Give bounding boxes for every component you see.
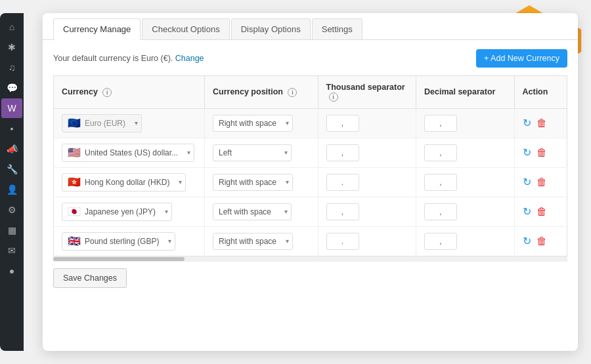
sidebar-icon-music[interactable]: ♫ bbox=[1, 58, 22, 77]
position-select-wrapper-jpy[interactable]: Left with space ▾ bbox=[213, 203, 292, 220]
decimal-sep-input-hkd[interactable] bbox=[424, 174, 457, 191]
currency-select-wrapper-hkd[interactable]: 🇭🇰 Hong Kong dollar (HKD) ▾ bbox=[62, 173, 186, 192]
table-row: 🇺🇸 United States (US) dollar... ▾ Left ▾… bbox=[54, 138, 567, 167]
refresh-icon-usd[interactable]: ↻ bbox=[523, 146, 531, 159]
save-changes-button[interactable]: Save Changes bbox=[53, 268, 127, 288]
chevron-down-icon-gbp: ▾ bbox=[168, 237, 171, 245]
chevron-down-icon-eur: ▾ bbox=[135, 119, 138, 127]
sidebar-icon-settings[interactable]: ✱ bbox=[1, 37, 22, 57]
chevron-down-icon-hkd: ▾ bbox=[179, 178, 182, 186]
refresh-icon-jpy[interactable]: ↻ bbox=[523, 205, 531, 218]
refresh-icon-eur[interactable]: ↻ bbox=[523, 117, 531, 129]
position-select-wrapper-gbp[interactable]: Right with space ▾ bbox=[213, 233, 293, 250]
scroll-thumb[interactable] bbox=[53, 257, 185, 261]
decimal-sep-cell-jpy bbox=[416, 197, 515, 226]
position-value-gbp: Right with space bbox=[219, 237, 276, 246]
currency-name-usd: United States (US) dollar... bbox=[85, 148, 178, 157]
thousand-sep-input-usd[interactable] bbox=[326, 144, 359, 161]
position-value-usd: Left bbox=[219, 148, 232, 157]
currency-select-wrapper-usd[interactable]: 🇺🇸 United States (US) dollar... ▾ bbox=[62, 144, 194, 162]
currency-select-wrapper-jpy[interactable]: 🇯🇵 Japanese yen (JPY) ▾ bbox=[62, 203, 172, 221]
sidebar-icon-home[interactable]: ⌂ bbox=[1, 17, 22, 37]
thousand-info-icon[interactable]: i bbox=[329, 92, 338, 102]
tab-checkout-options[interactable]: Checkout Options bbox=[142, 18, 229, 39]
flag-eur: 🇪🇺 bbox=[68, 118, 81, 129]
position-select-eur[interactable]: Right with space ▾ bbox=[213, 115, 293, 132]
delete-icon-eur[interactable]: 🗑 bbox=[536, 117, 547, 129]
thousand-sep-input-jpy[interactable] bbox=[326, 203, 359, 220]
header-row: Your default currency is Euro (€). Chang… bbox=[53, 49, 567, 68]
thousand-sep-input-gbp[interactable] bbox=[326, 233, 359, 250]
tab-settings[interactable]: Settings bbox=[312, 18, 362, 39]
currency-info-icon[interactable]: i bbox=[102, 88, 112, 97]
sidebar-icon-dot[interactable]: ● bbox=[1, 261, 22, 281]
position-select-hkd[interactable]: Right with space ▾ bbox=[213, 174, 293, 191]
sidebar-icon-grid[interactable]: ▦ bbox=[1, 220, 22, 240]
currency-cell-eur: 🇪🇺 Euro (EUR) ▾ bbox=[54, 108, 205, 138]
action-buttons-jpy: ↻ 🗑 bbox=[523, 205, 559, 218]
decimal-sep-input-eur[interactable] bbox=[424, 115, 457, 132]
refresh-icon-hkd[interactable]: ↻ bbox=[523, 176, 531, 188]
sidebar-icon-chart[interactable]: ▪ bbox=[1, 119, 22, 138]
change-currency-link[interactable]: Change bbox=[175, 54, 204, 63]
thousand-sep-input-eur[interactable] bbox=[326, 115, 359, 132]
chevron-down-icon-jpy: ▾ bbox=[165, 208, 168, 215]
decimal-sep-cell-hkd bbox=[416, 167, 515, 197]
thousand-sep-cell-usd bbox=[318, 138, 416, 167]
tabs-bar: Currency Manage Checkout Options Display… bbox=[43, 13, 578, 40]
action-cell-hkd: ↻ 🗑 bbox=[514, 167, 567, 197]
position-select-wrapper-hkd[interactable]: Right with space ▾ bbox=[213, 174, 293, 191]
delete-icon-usd[interactable]: 🗑 bbox=[536, 147, 547, 159]
currency-select-wrapper-eur[interactable]: 🇪🇺 Euro (EUR) ▾ bbox=[62, 114, 142, 132]
sidebar-icon-woocommerce[interactable]: W bbox=[1, 98, 22, 118]
sidebar-icon-megaphone[interactable]: 📣 bbox=[1, 139, 22, 159]
position-select-usd[interactable]: Left ▾ bbox=[213, 144, 292, 161]
position-info-icon[interactable]: i bbox=[288, 88, 297, 97]
action-cell-usd: ↻ 🗑 bbox=[514, 138, 567, 167]
decimal-sep-input-jpy[interactable] bbox=[424, 203, 457, 220]
currency-cell-usd: 🇺🇸 United States (US) dollar... ▾ bbox=[54, 138, 205, 167]
sidebar-icon-chat[interactable]: 💬 bbox=[1, 78, 22, 98]
action-buttons-usd: ↻ 🗑 bbox=[523, 146, 559, 159]
app-container: Currency Manage Checkout Options Display… bbox=[43, 13, 578, 351]
position-select-wrapper-eur[interactable]: Right with space ▾ bbox=[213, 115, 293, 132]
tab-currency-manage[interactable]: Currency Manage bbox=[53, 18, 141, 40]
position-cell-gbp: Right with space ▾ bbox=[205, 226, 318, 256]
delete-icon-hkd[interactable]: 🗑 bbox=[536, 176, 547, 188]
position-select-jpy[interactable]: Left with space ▾ bbox=[213, 203, 292, 220]
thousand-sep-input-hkd[interactable] bbox=[326, 174, 359, 191]
refresh-icon-gbp[interactable]: ↻ bbox=[523, 235, 531, 247]
tab-display-options[interactable]: Display Options bbox=[231, 18, 311, 39]
currency-select-wrapper-gbp[interactable]: 🇬🇧 Pound sterling (GBP) ▾ bbox=[62, 232, 175, 251]
currency-table: Currency i Currency position i Thousand … bbox=[53, 75, 567, 256]
decimal-sep-input-usd[interactable] bbox=[424, 144, 457, 161]
sidebar-icon-email[interactable]: ✉ bbox=[1, 241, 22, 260]
currency-select-gbp[interactable]: 🇬🇧 Pound sterling (GBP) ▾ bbox=[62, 232, 175, 251]
position-select-gbp[interactable]: Right with space ▾ bbox=[213, 233, 293, 250]
delete-icon-gbp[interactable]: 🗑 bbox=[536, 235, 547, 247]
add-new-currency-button[interactable]: + Add New Currency bbox=[476, 49, 567, 68]
default-currency-label: Your default currency is Euro (€). bbox=[53, 54, 173, 63]
currency-select-eur[interactable]: 🇪🇺 Euro (EUR) ▾ bbox=[62, 114, 142, 132]
table-row: 🇬🇧 Pound sterling (GBP) ▾ Right with spa… bbox=[54, 226, 567, 256]
currency-select-jpy[interactable]: 🇯🇵 Japanese yen (JPY) ▾ bbox=[62, 203, 172, 221]
currency-select-usd[interactable]: 🇺🇸 United States (US) dollar... ▾ bbox=[62, 144, 194, 162]
position-select-wrapper-usd[interactable]: Left ▾ bbox=[213, 144, 292, 161]
col-header-position: Currency position i bbox=[205, 76, 318, 109]
sidebar-icon-users[interactable]: 👤 bbox=[1, 180, 22, 199]
default-currency-info: Your default currency is Euro (€). Chang… bbox=[53, 54, 204, 63]
wordpress-sidebar: ⌂ ✱ ♫ 💬 W ▪ 📣 🔧 👤 ⚙ ▦ ✉ ● bbox=[0, 13, 24, 351]
position-value-hkd: Right with space bbox=[219, 178, 276, 187]
action-cell-eur: ↻ 🗑 bbox=[514, 108, 567, 138]
currency-name-gbp: Pound sterling (GBP) bbox=[85, 237, 159, 246]
decimal-sep-input-gbp[interactable] bbox=[424, 233, 457, 250]
position-cell-hkd: Right with space ▾ bbox=[205, 167, 318, 197]
sidebar-icon-gear[interactable]: ⚙ bbox=[1, 200, 22, 220]
position-chevron-icon-jpy: ▾ bbox=[284, 208, 288, 215]
currency-cell-jpy: 🇯🇵 Japanese yen (JPY) ▾ bbox=[54, 197, 205, 226]
currency-select-hkd[interactable]: 🇭🇰 Hong Kong dollar (HKD) ▾ bbox=[62, 173, 186, 192]
flag-jpy: 🇯🇵 bbox=[68, 207, 81, 217]
delete-icon-jpy[interactable]: 🗑 bbox=[536, 206, 547, 218]
sidebar-icon-wrench[interactable]: 🔧 bbox=[1, 159, 22, 179]
thousand-sep-cell-eur bbox=[318, 108, 416, 138]
